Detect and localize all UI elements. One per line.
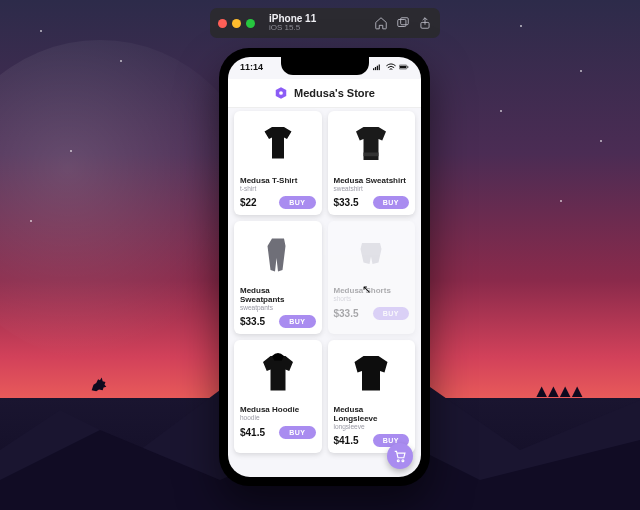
phone-frame: 11:14 Medusa's Store Medusa T-Shirt (219, 48, 430, 486)
product-category: hoodie (240, 415, 316, 422)
wolf-silhouette (88, 372, 110, 398)
product-price: $22 (240, 197, 257, 208)
product-image (334, 345, 410, 403)
product-price: $33.5 (240, 316, 265, 327)
product-card[interactable]: Medusa T-Shirt t-shirt $22 BUY (234, 111, 322, 215)
screenshot-icon[interactable] (396, 16, 410, 30)
product-name: Medusa Longsleeve (334, 406, 410, 424)
buy-button[interactable]: BUY (279, 426, 315, 439)
buy-button[interactable]: BUY (279, 196, 315, 209)
store-logo-icon (274, 86, 288, 100)
product-image (240, 345, 316, 403)
cart-icon (393, 449, 407, 463)
trees-silhouette: ▲▲▲▲ (533, 381, 580, 402)
svg-rect-3 (373, 68, 374, 70)
status-time: 11:14 (240, 62, 263, 72)
phone-screen: 11:14 Medusa's Store Medusa T-Shirt (228, 57, 421, 477)
svg-rect-1 (401, 18, 409, 25)
signal-icon (373, 63, 383, 71)
product-name: Medusa Sweatpants (240, 287, 316, 305)
svg-point-14 (402, 460, 404, 462)
store-name: Medusa's Store (294, 87, 375, 99)
cart-fab[interactable] (387, 443, 413, 469)
product-image (240, 116, 316, 174)
window-close-button[interactable] (218, 19, 227, 28)
window-minimize-button[interactable] (232, 19, 241, 28)
simulator-titlebar: iPhone 11 iOS 15.5 (210, 8, 440, 38)
product-card[interactable]: Medusa Sweatshirt sweatshirt $33.5 BUY (328, 111, 416, 215)
svg-point-11 (279, 91, 283, 95)
device-os: iOS 15.5 (269, 24, 316, 33)
product-category: shorts (334, 296, 410, 303)
product-card[interactable]: Medusa Sweatpants sweatpants $33.5 BUY (234, 221, 322, 334)
product-price: $41.5 (240, 427, 265, 438)
home-icon[interactable] (374, 16, 388, 30)
product-category: sweatshirt (334, 186, 410, 193)
battery-icon (399, 63, 409, 71)
product-card[interactable]: Medusa Longsleeve longsleeve $41.5 BUY (328, 340, 416, 453)
svg-rect-12 (364, 153, 379, 157)
product-category: t-shirt (240, 186, 316, 193)
svg-rect-9 (408, 66, 409, 68)
wifi-icon (386, 63, 396, 71)
window-controls[interactable] (218, 19, 255, 28)
app-header: Medusa's Store (228, 79, 421, 108)
product-card[interactable]: Medusa Shorts shorts $33.5 BUY (328, 221, 416, 334)
window-zoom-button[interactable] (246, 19, 255, 28)
product-image (240, 226, 316, 284)
product-price: $41.5 (334, 435, 359, 446)
product-image (334, 226, 410, 284)
notch (281, 57, 369, 75)
svg-rect-0 (398, 20, 406, 27)
buy-button[interactable]: BUY (373, 307, 409, 320)
svg-point-13 (397, 460, 399, 462)
simulator-title: iPhone 11 iOS 15.5 (269, 13, 316, 33)
buy-button[interactable]: BUY (279, 315, 315, 328)
product-image (334, 116, 410, 174)
svg-rect-8 (400, 66, 407, 69)
product-list[interactable]: Medusa T-Shirt t-shirt $22 BUY Medusa Sw… (228, 107, 421, 477)
buy-button[interactable]: BUY (373, 196, 409, 209)
product-price: $33.5 (334, 308, 359, 319)
product-category: sweatpants (240, 305, 316, 312)
product-price: $33.5 (334, 197, 359, 208)
svg-rect-4 (375, 67, 376, 70)
svg-rect-6 (379, 65, 380, 71)
product-card[interactable]: Medusa Hoodie hoodie $41.5 BUY (234, 340, 322, 453)
svg-rect-5 (377, 66, 378, 70)
share-icon[interactable] (418, 16, 432, 30)
product-category: longsleeve (334, 424, 410, 431)
